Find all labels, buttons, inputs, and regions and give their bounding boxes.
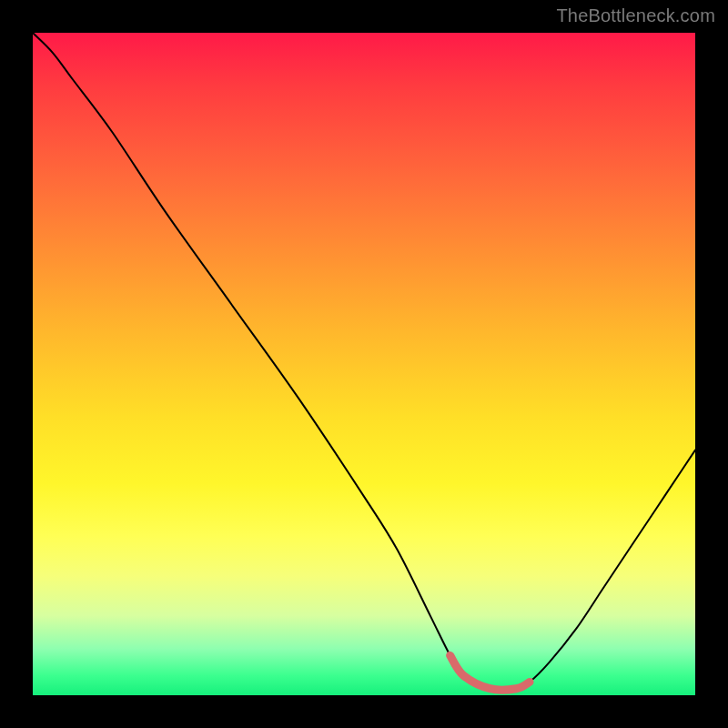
optimal-range-highlight [450, 655, 530, 690]
watermark-text: TheBottleneck.com [556, 5, 715, 26]
bottleneck-curve-line [33, 33, 695, 690]
chart-frame: TheBottleneck.com [0, 0, 728, 728]
plot-area [33, 33, 695, 695]
plot-overlay [33, 33, 695, 695]
